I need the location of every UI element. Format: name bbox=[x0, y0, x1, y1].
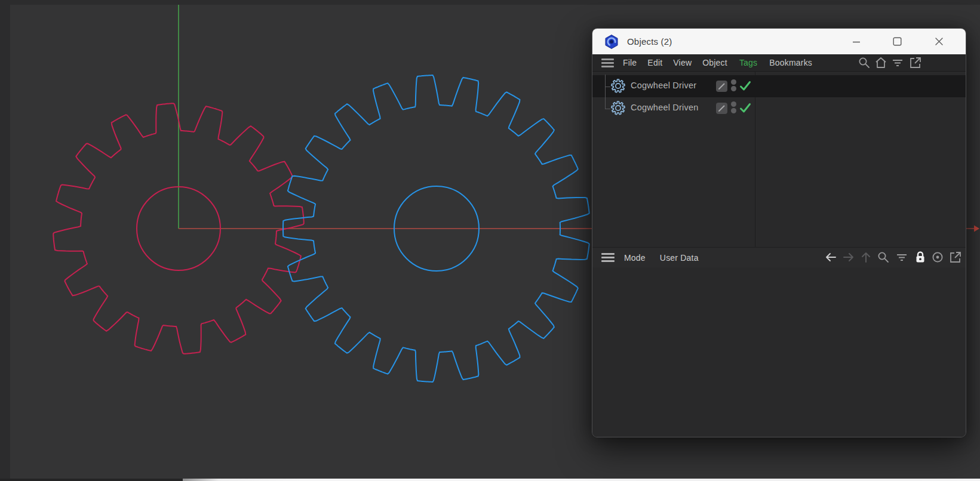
cogwheel-object-icon[interactable] bbox=[611, 101, 625, 115]
titlebar[interactable]: Objects (2) bbox=[592, 29, 966, 54]
target-icon[interactable] bbox=[931, 251, 944, 264]
hamburger-menu-icon[interactable] bbox=[601, 58, 614, 67]
object-label[interactable]: Cogwheel Driver bbox=[631, 81, 696, 90]
window-edge-left bbox=[0, 0, 10, 479]
forward-arrow-icon[interactable] bbox=[842, 251, 855, 264]
enabled-check-icon[interactable] bbox=[739, 79, 752, 92]
search-icon[interactable] bbox=[877, 251, 890, 264]
object-row-cogwheel-driven[interactable]: Cogwheel Driven bbox=[592, 97, 966, 119]
search-icon[interactable] bbox=[858, 56, 871, 69]
lock-icon[interactable] bbox=[914, 251, 927, 264]
menu-mode[interactable]: Mode bbox=[624, 253, 646, 263]
object-row-cogwheel-driver[interactable]: Cogwheel Driver bbox=[592, 75, 966, 97]
menu-user-data[interactable]: User Data bbox=[660, 253, 699, 263]
window-edge-top bbox=[0, 0, 980, 5]
maximize-button[interactable] bbox=[884, 29, 910, 54]
cogwheel-object-icon[interactable] bbox=[611, 79, 625, 93]
menu-file[interactable]: File bbox=[623, 58, 637, 67]
window-title: Objects (2) bbox=[627, 36, 672, 47]
application-window: Objects (2) File Edit View bbox=[0, 0, 980, 481]
back-arrow-icon[interactable] bbox=[824, 251, 837, 264]
home-icon[interactable] bbox=[874, 56, 887, 69]
close-button[interactable] bbox=[926, 29, 952, 54]
user-data-area bbox=[592, 267, 966, 437]
enabled-check-icon[interactable] bbox=[739, 101, 752, 115]
menu-bookmarks[interactable]: Bookmarks bbox=[769, 58, 812, 67]
visibility-dots-icon[interactable] bbox=[731, 79, 736, 91]
maximize-icon bbox=[893, 37, 902, 46]
panel-menubar: File Edit View Object Tags Bookmarks bbox=[592, 54, 966, 72]
object-label[interactable]: Cogwheel Driven bbox=[631, 103, 698, 112]
edit-chip-icon[interactable] bbox=[716, 81, 727, 92]
close-icon bbox=[935, 37, 944, 46]
window-edge-bottom bbox=[0, 479, 183, 481]
visibility-dots-icon[interactable] bbox=[731, 101, 736, 113]
cinema4d-logo-icon bbox=[604, 34, 619, 50]
up-arrow-icon[interactable] bbox=[859, 251, 873, 264]
minimize-icon bbox=[852, 38, 861, 46]
menu-edit[interactable]: Edit bbox=[647, 58, 662, 67]
objects-panel: Objects (2) File Edit View bbox=[592, 28, 966, 437]
minimize-button[interactable] bbox=[843, 29, 870, 54]
filter-icon[interactable] bbox=[891, 56, 904, 69]
menu-object[interactable]: Object bbox=[702, 58, 727, 67]
pop-out-icon[interactable] bbox=[908, 56, 921, 69]
edit-chip-icon[interactable] bbox=[716, 103, 727, 114]
hamburger-menu-icon[interactable] bbox=[601, 253, 615, 262]
attributes-toolbar: Mode User Data bbox=[592, 247, 966, 267]
pop-out-icon[interactable] bbox=[948, 251, 961, 264]
filter-icon[interactable] bbox=[895, 251, 908, 264]
object-list: Cogwheel Driver Cogwheel Driven bbox=[592, 71, 966, 247]
lower-window-top-edge bbox=[183, 479, 980, 481]
menu-tags[interactable]: Tags bbox=[739, 58, 757, 67]
menu-view[interactable]: View bbox=[673, 58, 692, 67]
